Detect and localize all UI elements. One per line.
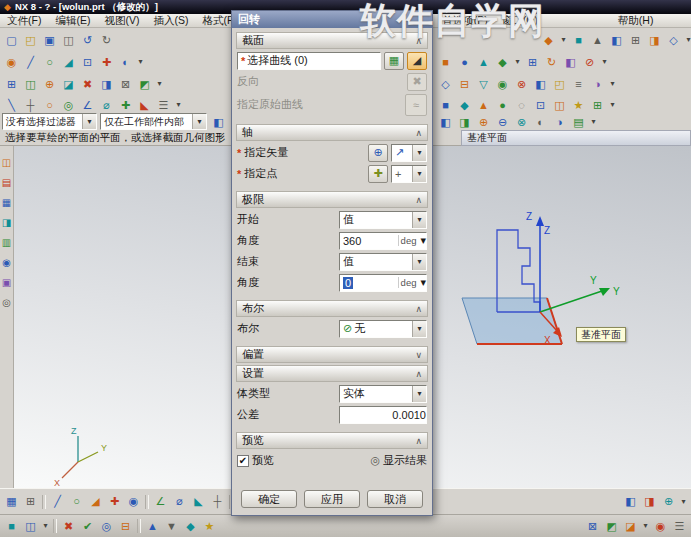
section-header-limits[interactable]: 极限 ∧ [236, 191, 428, 208]
circle-icon[interactable]: ○ [41, 54, 58, 70]
reuse-library-icon[interactable]: ◨ [0, 216, 13, 229]
favorites-icon[interactable]: ★ [570, 97, 587, 113]
chevron-down-icon[interactable]: ▾ [412, 386, 426, 402]
collapse-icon[interactable]: ⊟ [117, 518, 134, 534]
plus-circle-icon[interactable]: ⊕ [660, 494, 677, 510]
favorite-icon[interactable]: ★ [201, 518, 218, 534]
select-curve-field[interactable]: * 选择曲线 (0) [237, 52, 381, 70]
primitive-arrow-icon[interactable]: ▾ [513, 54, 522, 70]
sketch-name-icon[interactable]: ◫ [22, 518, 39, 534]
crosshair-icon[interactable]: ┼ [209, 494, 226, 510]
fillet-icon[interactable]: ◣ [190, 494, 207, 510]
history-icon[interactable]: ▣ [0, 276, 13, 289]
chamfer-icon[interactable]: ◢ [60, 54, 77, 70]
dim-angle-icon[interactable]: ∠ [152, 494, 169, 510]
sweep-icon[interactable]: ● [494, 97, 511, 113]
chevron-down-icon[interactable]: ▾ [412, 254, 426, 270]
chevron-up-icon[interactable]: ∧ [415, 436, 422, 446]
trim-body-icon[interactable]: ✖ [79, 76, 96, 92]
ok-check-icon[interactable]: ✔ [79, 518, 96, 534]
profile-icon[interactable]: ╲ [3, 97, 20, 113]
diameter-dim-icon[interactable]: ⌀ [98, 97, 115, 113]
menu-preferences[interactable]: 首选项(P) [435, 14, 495, 27]
chevron-down-icon[interactable]: ▾ [192, 114, 206, 129]
menu-lines-icon[interactable]: ☰ [671, 518, 688, 534]
pattern-icon[interactable]: ⊠ [117, 76, 134, 92]
menu-file[interactable]: 文件(F) [0, 14, 48, 27]
sew-icon[interactable]: ≡ [570, 76, 587, 92]
corner-icon[interactable]: ◣ [136, 97, 153, 113]
ellipse-icon[interactable]: ◎ [60, 97, 77, 113]
start-menu-arrow-icon[interactable]: ▾ [559, 32, 568, 48]
variational-sweep-icon[interactable]: ⊡ [532, 97, 549, 113]
view-front-icon[interactable]: ◧ [437, 114, 454, 130]
offset-surface-icon[interactable]: ◧ [532, 76, 549, 92]
mirror-feature-icon[interactable]: ◨ [98, 76, 115, 92]
shaded-view-icon[interactable]: ▲ [589, 32, 606, 48]
sketch-arc-icon[interactable]: ◉ [125, 494, 142, 510]
scope-filter-dropdown[interactable]: 仅在工作部件内部 ▾ [100, 113, 207, 130]
menu-window[interactable]: 窗口(O) [495, 14, 545, 27]
point-dialog-button[interactable]: ✚ [368, 165, 388, 183]
view-arrow-icon[interactable]: ▾ [684, 32, 691, 48]
chevron-down-icon[interactable]: ▾ [412, 212, 426, 228]
tool-icon[interactable] [137, 519, 141, 533]
sweep-arrow-icon[interactable]: ▾ [608, 97, 617, 113]
revolve-dialog[interactable]: 回转 截面 ∧ * 选择曲线 (0) ▦ ◢ 反向 ✖ 指定原始曲线 ≈ 轴 [231, 10, 433, 516]
sketch-chamfer-icon[interactable]: ◢ [87, 494, 104, 510]
point-method-combo[interactable]: + ▾ [391, 165, 427, 183]
chevron-down-icon[interactable]: ▾ [412, 166, 426, 182]
sketch-section-button[interactable]: ◢ [407, 52, 427, 70]
datum-plane-icon[interactable]: ◇ [437, 76, 454, 92]
revolve-icon[interactable]: ↻ [543, 54, 560, 70]
start-menu-icon[interactable]: ◆ [540, 32, 557, 48]
chamfer-feature-icon[interactable]: ▲ [475, 97, 492, 113]
hd3d-tool-icon[interactable]: ▥ [0, 236, 13, 249]
chevron-up-icon[interactable]: ∧ [415, 195, 422, 205]
section-header-boolean[interactable]: 布尔 ∧ [236, 300, 428, 317]
fit-view-icon[interactable]: ◑ [551, 114, 568, 130]
open-icon[interactable]: ◰ [22, 32, 39, 48]
zoom-icon[interactable]: ⊖ [494, 114, 511, 130]
draft-icon[interactable]: ◩ [136, 76, 153, 92]
b2-right-arrow-icon[interactable]: ▾ [641, 518, 650, 534]
constraint-navigator-icon[interactable]: ▤ [0, 176, 13, 189]
up-icon[interactable]: ▲ [144, 518, 161, 534]
record-icon[interactable]: ◉ [652, 518, 669, 534]
target-icon[interactable]: ◎ [98, 518, 115, 534]
right-half-icon[interactable]: ◨ [641, 494, 658, 510]
block-icon[interactable]: ■ [437, 54, 454, 70]
arc-icon[interactable]: ◐ [117, 54, 134, 70]
layout-icon[interactable]: ◨ [646, 32, 663, 48]
dim-diameter-icon[interactable]: ⌀ [171, 494, 188, 510]
chevron-down-icon[interactable]: ▾ [412, 145, 426, 161]
orient-view-icon[interactable]: ◇ [665, 32, 682, 48]
vector-dialog-button[interactable]: ⊕ [368, 144, 388, 162]
face-blend-icon[interactable]: ◆ [456, 97, 473, 113]
chevron-up-icon[interactable]: ∧ [415, 36, 422, 46]
view-tools-arrow-icon[interactable]: ▾ [589, 114, 598, 130]
finish-sketch-icon[interactable]: ■ [3, 518, 20, 534]
boolean-combo[interactable]: ⊘ 无 ▾ [339, 320, 427, 338]
grid-icon[interactable]: ▦ [3, 494, 20, 510]
new-file-icon[interactable]: ▢ [3, 32, 20, 48]
redo-icon[interactable]: ↻ [98, 32, 115, 48]
diamond-status-icon[interactable]: ◆ [182, 518, 199, 534]
menu-edit[interactable]: 编辑(E) [48, 14, 97, 27]
rotate-view-icon[interactable]: ◐ [532, 114, 549, 130]
datum-axis-icon[interactable]: ⊟ [456, 76, 473, 92]
tool-icon[interactable] [42, 495, 46, 509]
datum-csys-icon[interactable]: ▽ [475, 76, 492, 92]
sketch-arrow-icon[interactable]: ▾ [136, 54, 145, 70]
window-icon[interactable]: ⊞ [627, 32, 644, 48]
chevron-down-icon[interactable]: ∨ [415, 350, 422, 360]
chevron-down-icon[interactable]: ▾ [82, 114, 96, 129]
end-angle-field[interactable]: 0 deg ▾ [339, 274, 427, 292]
boss-icon[interactable]: ⊕ [41, 76, 58, 92]
section-header-axis[interactable]: 轴 ∧ [236, 124, 428, 141]
cylinder-icon[interactable]: ● [456, 54, 473, 70]
cancel-box-icon[interactable]: ⊠ [584, 518, 601, 534]
apply-button[interactable]: 应用 [304, 490, 360, 508]
pan-icon[interactable]: ⊗ [513, 114, 530, 130]
undo-icon[interactable]: ↺ [79, 32, 96, 48]
